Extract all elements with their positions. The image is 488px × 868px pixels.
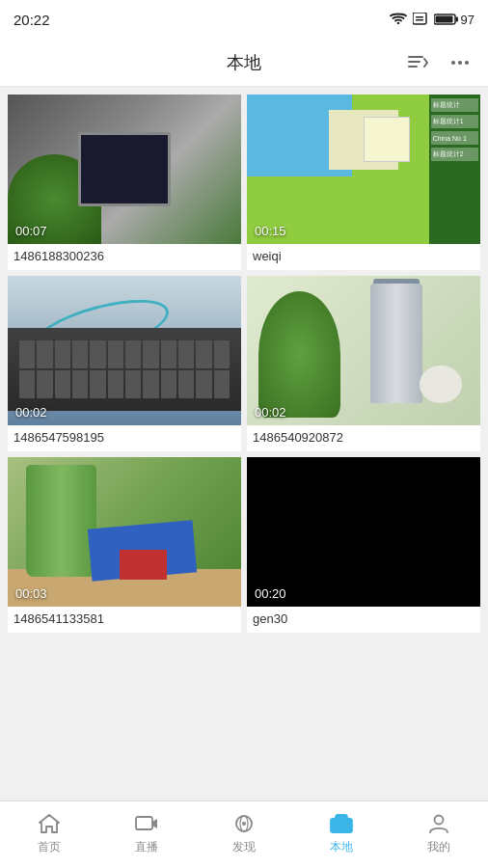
video-duration-4: 00:02 bbox=[255, 405, 286, 420]
nav-label-home: 首页 bbox=[38, 839, 61, 855]
video-item-6[interactable]: 00:20 gen30 bbox=[247, 457, 480, 633]
live-icon bbox=[134, 811, 159, 836]
video-thumb-6: 00:20 bbox=[247, 457, 480, 607]
video-title-6: gen30 bbox=[247, 607, 480, 633]
video-thumb-5: 00:03 bbox=[8, 457, 241, 607]
decorative: 标题统计 标题统计1 China No 1 标题统计2 bbox=[429, 95, 480, 244]
nav-item-local[interactable]: 本地 bbox=[293, 811, 391, 859]
video-duration-6: 00:20 bbox=[255, 586, 286, 601]
main-content: 00:07 1486188300236 标题统计 标题统计1 China No … bbox=[0, 87, 488, 800]
svg-point-17 bbox=[242, 822, 246, 826]
nav-item-discover[interactable]: 发现 bbox=[195, 811, 292, 859]
video-duration-1: 00:07 bbox=[15, 224, 47, 238]
svg-rect-0 bbox=[413, 13, 426, 24]
video-title-2: weiqi bbox=[247, 244, 480, 270]
decorative bbox=[78, 132, 172, 207]
discover-icon bbox=[231, 811, 257, 836]
video-thumb-1: 00:07 bbox=[8, 95, 241, 244]
svg-point-11 bbox=[465, 61, 469, 65]
more-icon bbox=[449, 53, 471, 72]
video-item-1[interactable]: 00:07 1486188300236 bbox=[8, 95, 241, 270]
video-item-4[interactable]: 00:02 1486540920872 bbox=[247, 276, 480, 451]
decorative bbox=[258, 291, 340, 419]
page-title: 本地 bbox=[227, 51, 261, 74]
svg-rect-5 bbox=[435, 16, 452, 23]
svg-point-10 bbox=[458, 61, 462, 65]
video-item-3[interactable]: 00:02 1486547598195 bbox=[8, 276, 241, 451]
decorative bbox=[420, 366, 462, 403]
nav-label-discover: 发现 bbox=[232, 839, 256, 855]
video-thumb-4: 00:02 bbox=[247, 276, 480, 425]
video-duration-2: 00:15 bbox=[255, 224, 286, 238]
mine-icon bbox=[426, 811, 451, 836]
svg-rect-1 bbox=[416, 16, 423, 18]
nav-label-local: 本地 bbox=[330, 839, 353, 855]
battery-icon bbox=[434, 13, 459, 26]
battery-level: 97 bbox=[461, 13, 474, 27]
wifi-icon bbox=[390, 13, 407, 26]
svg-rect-19 bbox=[336, 815, 347, 821]
video-duration-3: 00:02 bbox=[15, 405, 47, 420]
decorative bbox=[364, 117, 410, 162]
video-duration-5: 00:03 bbox=[15, 586, 47, 601]
svg-rect-13 bbox=[136, 817, 152, 829]
bottom-nav: 首页 直播 发现 bbox=[0, 800, 488, 868]
sort-icon bbox=[407, 53, 428, 72]
video-title-3: 1486547598195 bbox=[8, 425, 241, 451]
home-icon bbox=[37, 811, 62, 836]
more-button[interactable] bbox=[446, 49, 474, 76]
video-grid: 00:07 1486188300236 标题统计 标题统计1 China No … bbox=[0, 87, 488, 640]
nav-item-live[interactable]: 直播 bbox=[97, 811, 195, 859]
svg-marker-12 bbox=[40, 815, 59, 832]
nav-label-live: 直播 bbox=[135, 839, 158, 855]
svg-point-9 bbox=[451, 61, 455, 65]
status-bar: 20:22 97 bbox=[0, 0, 488, 39]
decorative bbox=[26, 465, 96, 577]
sort-button[interactable] bbox=[403, 49, 432, 76]
video-thumb-2: 标题统计 标题统计1 China No 1 标题统计2 00:15 bbox=[247, 95, 480, 244]
status-time: 20:22 bbox=[14, 12, 50, 28]
nav-label-mine: 我的 bbox=[427, 839, 450, 855]
header-actions bbox=[403, 49, 474, 76]
video-title-5: 1486541133581 bbox=[8, 607, 241, 633]
nav-item-home[interactable]: 首页 bbox=[0, 811, 97, 859]
decorative bbox=[8, 328, 241, 410]
video-item-5[interactable]: 00:03 1486541133581 bbox=[8, 457, 241, 633]
video-item-2[interactable]: 标题统计 标题统计1 China No 1 标题统计2 00:15 weiqi bbox=[247, 95, 480, 270]
decorative bbox=[120, 550, 166, 580]
header: 本地 bbox=[0, 39, 488, 87]
local-icon bbox=[329, 811, 354, 836]
signal-icon bbox=[413, 13, 428, 26]
svg-point-22 bbox=[435, 815, 444, 824]
status-icons: 97 bbox=[390, 13, 474, 27]
decorative bbox=[370, 284, 421, 403]
svg-rect-2 bbox=[416, 19, 423, 21]
nav-item-mine[interactable]: 我的 bbox=[391, 811, 488, 859]
decorative bbox=[19, 340, 230, 398]
video-title-1: 1486188300236 bbox=[8, 244, 241, 270]
video-title-4: 1486540920872 bbox=[247, 425, 480, 451]
svg-rect-4 bbox=[455, 17, 458, 22]
video-thumb-3: 00:02 bbox=[8, 276, 241, 425]
